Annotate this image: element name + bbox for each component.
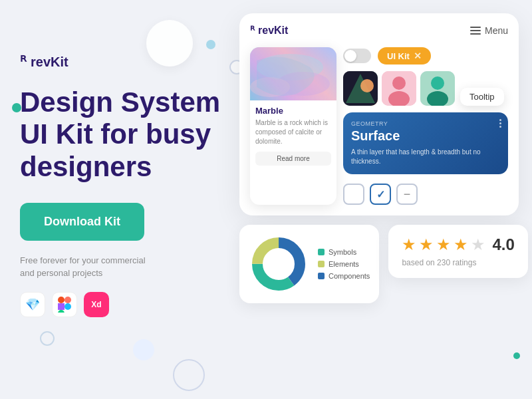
read-more-button[interactable]: Read more <box>255 152 331 166</box>
svg-rect-2 <box>58 303 65 310</box>
logo-icon: ᴿ <box>20 53 27 70</box>
menu-button[interactable]: Menu <box>470 25 508 36</box>
checkbox-empty[interactable] <box>343 184 364 205</box>
marble-title: Marble <box>255 106 331 116</box>
close-tag-icon[interactable]: ✕ <box>414 51 422 61</box>
stars-row: ★ ★ ★ ★ ★ 4.0 <box>402 235 514 254</box>
app-right-content: UI Kit ✕ <box>343 47 508 205</box>
rating-based-on: based on 230 ratings <box>402 258 514 267</box>
marble-info: Marble Marble is a rock which is compose… <box>250 100 336 171</box>
donut-legend: Symbols Elements Components <box>318 248 370 280</box>
filter-row: UI Kit ✕ <box>343 47 508 65</box>
checkbox-checked[interactable]: ✓ <box>370 184 391 205</box>
legend-elements-label: Elements <box>329 260 359 268</box>
legend-components-dot <box>318 273 325 279</box>
app-window: ᴿ revKit Menu <box>239 13 519 215</box>
app-logo-text: revKit <box>258 25 288 37</box>
svg-point-10 <box>360 79 374 92</box>
figma-icon <box>52 292 77 317</box>
app-header: ᴿ revKit Menu <box>250 24 508 37</box>
left-panel: ᴿ revKit Design System UI Kit for busy d… <box>20 53 239 317</box>
ui-kit-tag[interactable]: UI Kit ✕ <box>378 47 431 65</box>
right-panel: ᴿ revKit Menu <box>239 13 519 303</box>
bottom-row: Symbols Elements Components ★ ★ ★ ★ ★ <box>239 225 519 303</box>
surface-category: Geometry <box>351 120 500 127</box>
free-text: Free forever for your commercial and per… <box>20 254 239 280</box>
legend-elements: Elements <box>318 260 370 268</box>
surface-card: Geometry Surface A thin layer that has l… <box>343 112 508 174</box>
tooltip: Tooltip <box>460 88 504 106</box>
icons-row: Tooltip <box>343 71 508 106</box>
logo-text: revKit <box>31 55 68 70</box>
star-1: ★ <box>402 235 416 254</box>
marble-image <box>250 47 336 100</box>
svg-rect-0 <box>58 297 65 303</box>
sketch-icon: 💎 <box>20 292 45 317</box>
logo: ᴿ revKit <box>20 53 239 70</box>
profile-pink-thumb <box>382 71 416 106</box>
donut-chart <box>249 234 309 294</box>
hamburger-icon <box>470 27 481 35</box>
download-button[interactable]: Download Kit <box>20 203 144 241</box>
menu-label: Menu <box>485 25 508 36</box>
legend-components: Components <box>318 272 370 280</box>
star-5: ★ <box>471 235 485 254</box>
app-body: Marble Marble is a rock which is compose… <box>250 47 508 205</box>
surface-description: A thin layer that has length & breadth b… <box>351 148 500 166</box>
ratings-card: ★ ★ ★ ★ ★ 4.0 based on 230 ratings <box>388 225 527 278</box>
marble-description: Marble is a rock which is composed of ca… <box>255 118 331 146</box>
rating-score: 4.0 <box>492 235 514 254</box>
surface-title: Surface <box>351 128 500 144</box>
svg-point-15 <box>431 76 444 90</box>
svg-point-4 <box>65 303 71 310</box>
toggle-switch[interactable] <box>343 49 371 63</box>
svg-point-20 <box>265 251 292 277</box>
legend-symbols-dot <box>318 249 325 255</box>
svg-point-12 <box>392 76 406 90</box>
icon-grid <box>343 71 455 106</box>
app-logo: ᴿ revKit <box>250 24 288 37</box>
star-4: ★ <box>454 235 468 254</box>
star-2: ★ <box>419 235 434 254</box>
ui-kit-label: UI Kit <box>387 51 410 61</box>
headline: Design System UI Kit for busy designers <box>20 86 239 183</box>
donut-chart-card: Symbols Elements Components <box>239 225 379 303</box>
geometric-icon-thumb <box>343 71 378 106</box>
legend-elements-dot <box>318 261 325 267</box>
app-logo-icon: ᴿ <box>250 24 255 37</box>
checkbox-row: ✓ − <box>343 184 508 205</box>
marble-card: Marble Marble is a rock which is compose… <box>250 47 336 205</box>
svg-rect-3 <box>58 310 65 313</box>
svg-rect-1 <box>65 297 71 303</box>
profile-green-thumb <box>420 71 455 106</box>
legend-components-label: Components <box>329 272 370 280</box>
tool-icons: 💎 Xd <box>20 292 239 317</box>
toggle-knob <box>344 50 356 62</box>
checkbox-minus[interactable]: − <box>396 184 418 205</box>
xd-icon: Xd <box>84 292 109 317</box>
star-3: ★ <box>436 235 451 254</box>
legend-symbols-label: Symbols <box>329 248 356 256</box>
legend-symbols: Symbols <box>318 248 370 256</box>
